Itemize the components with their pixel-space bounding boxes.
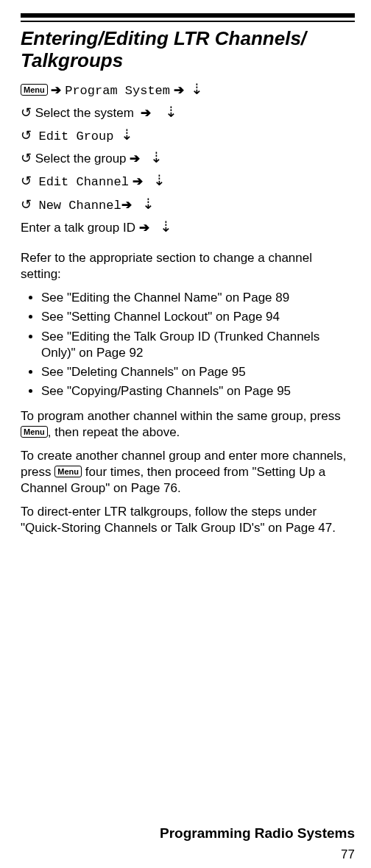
step-enter-id: Enter a talk group ID (21, 221, 135, 235)
rotate-icon: ↺ (21, 149, 32, 169)
arrow-right-icon: ➔ (51, 83, 65, 97)
step-select-group: Select the group (35, 152, 127, 166)
arrow-down-icon: ⇣ (191, 81, 203, 97)
reference-list: See "Editing the Channel Name" on Page 8… (21, 290, 355, 399)
arrow-right-icon: ➔ (121, 198, 132, 212)
top-rule-thick (21, 13, 355, 18)
text-frag: To program another channel within the sa… (21, 409, 341, 423)
top-rule-thin (21, 21, 355, 22)
para-another-group: To create another channel group and ente… (21, 448, 355, 497)
arrow-right-icon: ➔ (141, 106, 151, 120)
arrow-down-icon: ⇣ (165, 104, 177, 120)
arrow-down-icon: ⇣ (142, 196, 155, 212)
list-item: See "Editing the Channel Name" on Page 8… (41, 290, 355, 306)
list-item: See "Setting Channel Lockout" on Page 94 (41, 309, 355, 325)
arrow-right-icon: ➔ (130, 152, 140, 166)
arrow-right-icon: ➔ (139, 221, 149, 235)
rotate-icon: ↺ (21, 103, 32, 124)
step-program-system: Program System (65, 84, 170, 98)
para-direct-enter: To direct-enter LTR talkgroups, follow t… (21, 504, 355, 536)
list-item: See "Editing the Talk Group ID (Trunked … (41, 329, 355, 361)
arrow-right-icon: ➔ (132, 174, 143, 188)
step-new-channel: New Channel (38, 199, 121, 213)
list-item: See "Deleting Channels" on Page 95 (41, 364, 355, 380)
menu-button-icon: Menu (21, 84, 48, 96)
arrow-down-icon: ⇣ (150, 149, 163, 166)
step-edit-group: Edit Group (38, 129, 113, 143)
para-another-channel: To program another channel within the sa… (21, 408, 355, 441)
rotate-icon: ↺ (21, 171, 32, 192)
footer-section-title: Programming Radio Systems (160, 825, 355, 842)
arrow-down-icon: ⇣ (160, 218, 172, 235)
arrow-down-icon: ⇣ (121, 127, 133, 143)
page-number: 77 (341, 847, 355, 862)
section-heading: Entering/Editing LTR Channels/ Talkgroup… (21, 28, 355, 72)
menu-button-icon: Menu (54, 466, 82, 477)
menu-button-icon: Menu (21, 426, 48, 438)
text-frag: , then repeat the above. (48, 425, 180, 439)
rotate-icon: ↺ (21, 126, 32, 146)
step-select-system: Select the system (35, 106, 134, 120)
list-item: See "Copying/Pasting Channels" on Page 9… (41, 383, 355, 399)
navigation-steps: Menu ➔ Program System ➔ ⇣ ↺ Select the s… (21, 78, 355, 238)
arrow-down-icon: ⇣ (153, 172, 166, 188)
step-edit-channel: Edit Channel (38, 175, 128, 189)
rotate-icon: ↺ (21, 195, 32, 216)
refer-intro: Refer to the appropriate section to chan… (21, 250, 355, 282)
arrow-right-icon: ➔ (174, 83, 188, 97)
